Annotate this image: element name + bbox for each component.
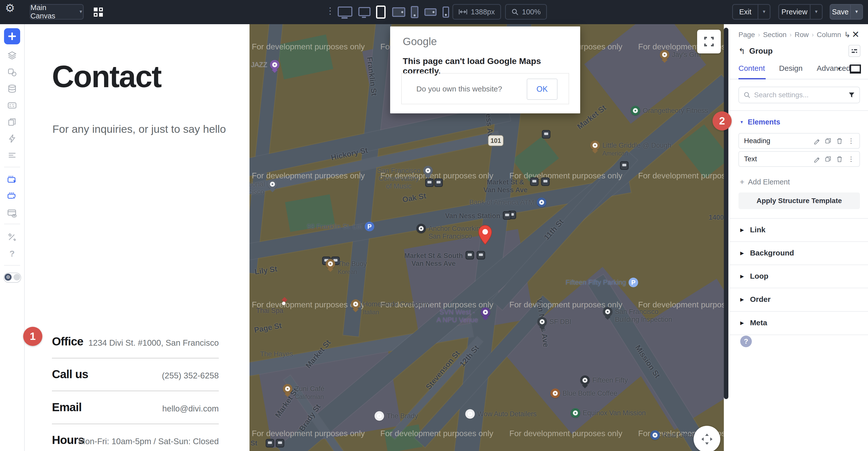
contact-row-hours[interactable]: Hours Mon-Fri: 10am-5pm / Sat-Sun: Close… [52,428,219,451]
canvas-selector-dropdown[interactable]: Main Canvas ▼ [30,4,84,20]
desktop-view-icon[interactable] [359,7,371,16]
tablet-portrait-view-icon-active[interactable] [376,5,385,19]
breadcrumb-page[interactable]: Page [739,31,755,39]
database-icon[interactable] [4,80,20,97]
layout-grid-icon[interactable] [94,7,103,17]
top-toolbar: ⚙ Main Canvas ▼ ⋮ 1388px 100% Exit [0,0,868,24]
zoom-magnifier-icon [512,8,519,15]
poi-anchor-coworking: Anchor CoworkingSan Francisco [416,225,484,240]
phone-portrait-view-icon[interactable] [411,6,418,18]
page-title[interactable]: Contact [52,59,161,94]
dialog-question: Do you own this website? [416,85,502,93]
tab-design[interactable]: Design [779,64,803,79]
chevron-right-icon: ▶ [740,273,744,279]
close-icon[interactable]: ✕ [852,29,860,40]
accordion-meta[interactable]: ▶ Meta [730,311,868,334]
tab-advanced[interactable]: Advanced [816,64,850,79]
card-icon[interactable] [4,97,20,114]
annotation-badge-2: 2 [713,111,732,130]
poi-98-franklin-lot-icon: P [365,222,374,231]
accordion-order[interactable]: ▶ Order [730,288,868,311]
poi-zuni-cafe: Zuni CaféCalifornian [283,385,324,400]
list-settings-icon[interactable] [4,147,20,163]
breadcrumb-column[interactable]: Column [817,31,841,39]
contact-row-label: Office [52,334,83,348]
settings-toggle[interactable]: ⚙ [3,272,21,283]
monitor-view-icon[interactable] [338,6,352,17]
transit-icon [465,251,474,259]
element-row-text[interactable]: Text ⋮ [739,151,860,167]
tabs-chevron-icon[interactable]: ▼ [837,66,841,71]
save-button[interactable]: Save ▼ [830,4,863,20]
accordion-link[interactable]: ▶ Link [730,218,868,241]
design-library-icon[interactable] [4,64,20,80]
gear-icon[interactable]: ⚙ [5,1,15,14]
element-name: Text [744,155,813,163]
page-canvas: Contact For any inquiries, or just to sa… [24,24,724,451]
duplicate-icon[interactable] [825,137,832,144]
page-subtitle[interactable]: For any inquiries, or just to say hello [53,123,226,135]
poi-the-hayes: The Hayes [260,350,293,358]
tab-content[interactable]: Content [739,64,765,79]
tablet-landscape-view-icon[interactable] [392,7,405,17]
poi-fifteen-fifty-parking: Fifteen Fifty ParkingP [565,279,638,287]
poi-the-brady: The Brady [374,412,418,421]
zoom-control[interactable]: 100% [505,4,547,20]
accordion-background[interactable]: ▶ Background [730,241,868,264]
phone-landscape-view-icon[interactable] [425,8,436,16]
back-arrow-icon[interactable]: ↰ [739,46,745,56]
add-module-button[interactable] [4,28,20,44]
accordion-loop[interactable]: ▶ Loop [730,264,868,288]
add-element-button[interactable]: + Add Element [740,178,790,187]
panel-help-icon[interactable]: ? [740,335,752,347]
poi-homemade-company: Homemade CompanyItalian [351,300,429,316]
canvas-width-control[interactable]: 1388px [453,4,501,20]
duplicate-icon[interactable] [825,156,832,162]
preview-button[interactable]: Preview ▼ [778,4,823,20]
map-watermark: For development purposes only [252,42,365,52]
filter-funnel-icon[interactable] [848,92,855,98]
layers-icon[interactable] [4,47,20,64]
map-pan-button[interactable] [693,426,720,451]
kebab-menu-icon[interactable]: ⋮ [848,155,855,163]
trash-icon[interactable] [836,156,843,162]
poi-jays-grill: Jay's Grill [660,51,701,60]
edit-pencil-icon[interactable] [813,137,820,144]
lightning-icon[interactable] [4,130,20,147]
breadcrumb-row[interactable]: Row [795,31,809,39]
preview-chevron-icon[interactable]: ▼ [814,9,818,14]
tools-icon[interactable] [4,229,20,245]
contact-row-office[interactable]: Office 1234 Divi St. #1000, San Francisc… [52,329,219,358]
kebab-menu-icon[interactable]: ⋮ [848,137,855,145]
poi-sf-jazz: SF JAZZ [249,61,279,69]
map-fullscreen-button[interactable] [697,30,721,54]
phone-small-view-icon[interactable] [442,6,449,18]
fullscreen-icon [704,36,714,47]
pages-copy-icon[interactable] [4,114,20,130]
elements-section-header[interactable]: ▼ Elements [740,118,780,126]
trash-icon[interactable] [836,137,843,144]
exit-button[interactable]: Exit ▼ [732,4,771,20]
element-row-heading[interactable]: Heading ⋮ [739,133,860,149]
save-chevron-icon[interactable]: ▼ [855,9,859,14]
poi-partial-left: ationalncisco [249,181,277,196]
toolbar-kebab-icon[interactable]: ⋮ [326,5,335,16]
frame-view-icon[interactable] [850,64,861,73]
group-title: Group [749,46,773,56]
help-icon[interactable]: ? [4,246,20,261]
breadcrumb-section[interactable]: Section [763,31,786,39]
search-settings-input[interactable]: Search settings... [739,87,860,103]
exit-chevron-icon[interactable]: ▼ [762,9,766,14]
dock-panel-icon[interactable] [848,45,861,57]
interact-mode-icon[interactable] [4,172,20,188]
poi-homemade-company-icon [351,299,361,309]
browser-preview-icon[interactable] [4,205,20,221]
contact-row-call[interactable]: Call us (255) 352-6258 [52,362,219,391]
contact-row-label: Call us [52,367,88,381]
contact-row-email[interactable]: Email hello@divi.com [52,395,219,424]
interact-mode-alt-icon[interactable] [4,189,20,204]
apply-structure-template-button[interactable]: Apply Structure Template [739,193,860,209]
edit-pencil-icon[interactable] [813,156,820,162]
ok-button[interactable]: OK [527,78,558,100]
vertical-scrollbar[interactable] [724,28,728,399]
